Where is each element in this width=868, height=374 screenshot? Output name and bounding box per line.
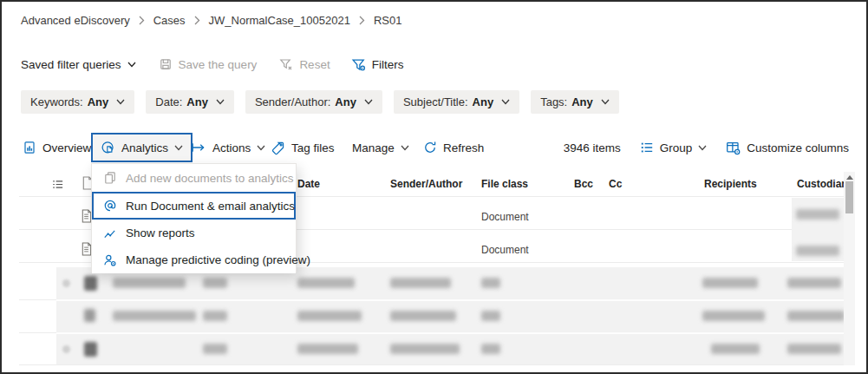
- file-class-cell: Document: [481, 211, 529, 223]
- customize-columns-button[interactable]: Customize columns: [726, 141, 849, 155]
- menu-item-manage-predictive-coding[interactable]: Manage predictive coding (preview): [92, 246, 296, 273]
- chevron-down-icon: [216, 99, 225, 105]
- actions-arrow-icon: [191, 141, 206, 154]
- filter-chip-subject-title[interactable]: Subject/Title:Any: [394, 90, 519, 114]
- reports-chart-icon: [103, 226, 117, 240]
- chevron-down-icon: [364, 99, 373, 105]
- redacted-text: [203, 311, 227, 321]
- menu-item-run-analytics[interactable]: Run Document & email analytics: [92, 192, 296, 220]
- column-header-file-class[interactable]: File class: [481, 178, 528, 190]
- chevron-down-icon: [501, 99, 510, 105]
- overview-button[interactable]: Overview: [23, 132, 91, 163]
- group-label: Group: [660, 141, 693, 154]
- redacted-text: [796, 209, 839, 220]
- chevron-down-icon: [401, 145, 409, 151]
- save-icon: [159, 57, 173, 71]
- redacted-text: [787, 344, 841, 354]
- chevron-right-icon: [139, 16, 145, 25]
- redacted-text: [390, 311, 456, 321]
- reset-button: Reset: [279, 57, 330, 71]
- tag-files-label: Tag files: [291, 141, 335, 154]
- analytics-dropdown-menu: Add new documents to analytics Run Docum…: [91, 163, 297, 272]
- analytics-dropdown-button[interactable]: Analytics: [91, 133, 193, 162]
- manage-dropdown-button[interactable]: Manage: [352, 132, 409, 163]
- breadcrumb-item-cases[interactable]: Cases: [153, 14, 186, 27]
- redacted-text: [796, 246, 839, 256]
- row-type-header-icon[interactable]: [51, 178, 64, 191]
- refresh-label: Refresh: [443, 141, 484, 154]
- filter-chip-keywords[interactable]: Keywords:Any: [21, 90, 134, 114]
- redacted-file-icon: [84, 342, 97, 357]
- filters-button[interactable]: Filters: [351, 57, 404, 72]
- column-header-cc[interactable]: Cc: [609, 178, 622, 190]
- breadcrumb-item-review-set[interactable]: RS01: [374, 14, 402, 27]
- saved-filter-queries-dropdown[interactable]: Saved filter queries: [21, 58, 136, 71]
- filter-chip-date[interactable]: Date:Any: [146, 90, 234, 114]
- redacted-text: [481, 278, 500, 288]
- chip-value: Any: [88, 95, 109, 108]
- breadcrumb-item-advanced-ediscovery[interactable]: Advanced eDiscovery: [21, 14, 130, 27]
- manage-label: Manage: [352, 141, 395, 154]
- redacted-text: [702, 311, 765, 321]
- filter-chip-tags[interactable]: Tags:Any: [531, 90, 619, 114]
- chevron-right-icon: [359, 16, 365, 25]
- customize-columns-label: Customize columns: [747, 141, 849, 154]
- divider: [19, 332, 56, 333]
- chip-value: Any: [186, 95, 208, 108]
- menu-item-show-reports[interactable]: Show reports: [92, 220, 296, 246]
- chevron-down-icon: [174, 145, 183, 151]
- column-header-date[interactable]: Date: [297, 178, 320, 190]
- scrollbar-up-arrow[interactable]: [846, 175, 853, 180]
- scrollbar-thumb[interactable]: [845, 181, 853, 213]
- chevron-down-icon: [127, 62, 136, 68]
- funnel-clear-icon: [279, 57, 293, 71]
- filters-label: Filters: [372, 58, 404, 71]
- tag-icon: [271, 141, 285, 155]
- redacted-text: [702, 278, 758, 288]
- redacted-text: [390, 344, 460, 354]
- redacted-text: [297, 344, 358, 354]
- menu-item-label: Add new documents to analytics: [126, 172, 294, 185]
- actions-label: Actions: [212, 141, 251, 154]
- group-dropdown-button[interactable]: Group: [640, 141, 708, 154]
- refresh-button[interactable]: Refresh: [423, 132, 484, 163]
- divider: [19, 299, 56, 300]
- breadcrumb-item-case-name[interactable]: JW_NormalCase_10052021: [209, 14, 350, 27]
- menu-item-label: Manage predictive coding (preview): [126, 253, 310, 266]
- person-settings-icon: [103, 253, 117, 267]
- chip-label: Subject/Title:: [403, 95, 468, 108]
- chip-label: Tags:: [540, 95, 567, 108]
- actions-dropdown-button[interactable]: Actions: [191, 132, 265, 163]
- filter-chip-sender-author[interactable]: Sender/Author:Any: [245, 90, 382, 114]
- filter-query-bar: Saved filter queries Save the query Rese…: [21, 55, 403, 74]
- redacted-text: [297, 278, 355, 288]
- redacted-text: [203, 344, 227, 354]
- chip-label: Keywords:: [30, 95, 83, 108]
- save-query-button: Save the query: [159, 57, 258, 71]
- tag-files-button[interactable]: Tag files: [271, 132, 335, 163]
- refresh-icon: [423, 141, 437, 154]
- breadcrumb: Advanced eDiscovery Cases JW_NormalCase_…: [21, 14, 401, 27]
- divider: [56, 299, 844, 301]
- advanced-ediscovery-window: Advanced eDiscovery Cases JW_NormalCase_…: [0, 0, 868, 374]
- overview-label: Overview: [42, 141, 91, 154]
- redacted-text: [390, 278, 451, 288]
- analytics-icon: [101, 141, 115, 155]
- saved-filter-queries-label: Saved filter queries: [21, 58, 121, 71]
- column-header-sender-author[interactable]: Sender/Author: [390, 178, 462, 190]
- copy-documents-icon: [103, 171, 117, 185]
- chip-value: Any: [335, 95, 356, 108]
- reset-label: Reset: [299, 58, 330, 71]
- divider: [56, 332, 844, 334]
- analytics-label: Analytics: [121, 141, 168, 154]
- run-analytics-icon: [103, 199, 117, 213]
- redacted-text: [481, 311, 500, 321]
- redacted-text: [113, 311, 196, 321]
- menu-item-add-new-documents: Add new documents to analytics: [92, 164, 296, 192]
- chip-label: Sender/Author:: [255, 95, 330, 108]
- column-header-bcc[interactable]: Bcc: [574, 178, 593, 190]
- redacted-text: [203, 278, 227, 288]
- chevron-down-icon: [698, 145, 707, 151]
- column-header-custodian[interactable]: Custodian: [797, 178, 848, 190]
- column-header-recipients[interactable]: Recipients: [704, 178, 757, 190]
